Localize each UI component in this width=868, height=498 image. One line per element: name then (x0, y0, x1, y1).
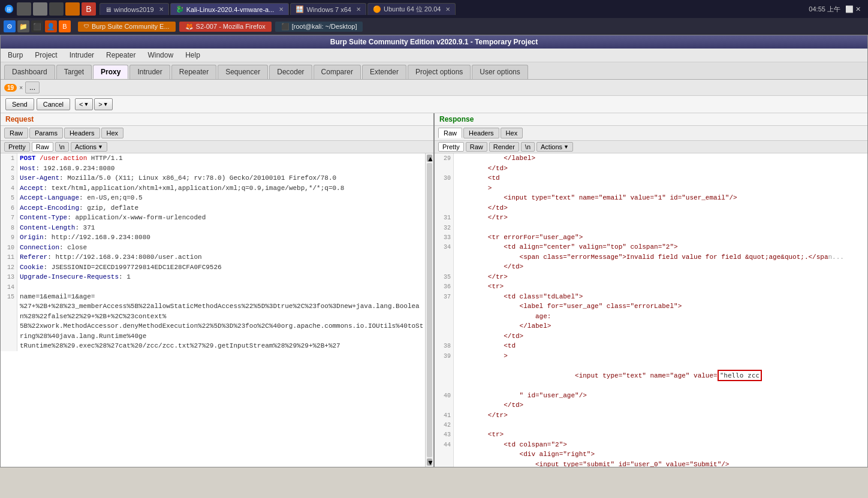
response-tab-headers[interactable]: Headers (463, 128, 499, 138)
taskbar-app-3[interactable] (49, 2, 64, 16)
sysbar-app-terminal[interactable]: ⬛ [root@kali: ~/Desktop] (275, 22, 363, 32)
tab-comparer[interactable]: Comparer (314, 65, 361, 79)
sysbar-icon-3[interactable]: ⬛ (31, 20, 43, 32)
tab-target[interactable]: Target (56, 65, 92, 79)
line-num-15: 15 (1, 292, 17, 302)
response-subtab-newline[interactable]: \n (521, 142, 535, 152)
code-line-6: 6 Accept-Encoding: gzip, deflate (1, 203, 425, 213)
sysbar-app-burp[interactable]: 🛡 Burp Suite Community E... (78, 22, 176, 32)
tab-label: Ubuntu 64 位 20.04 (384, 5, 441, 14)
resp-linenum-35: 35 (435, 272, 454, 282)
back-dropdown-icon[interactable]: ▼ (83, 101, 89, 107)
code-line-2: 2 Host: 192.168.9.234:8080 (1, 164, 425, 174)
request-tab-hex[interactable]: Hex (101, 128, 124, 138)
tab-dashboard[interactable]: Dashboard (4, 65, 55, 79)
resp-linenum-43: 43 (435, 430, 454, 440)
response-subtab-raw[interactable]: Raw (466, 142, 487, 152)
resp-linenum-33: 33 (435, 233, 454, 243)
back-button[interactable]: < ▼ (75, 98, 93, 110)
line-content-14 (17, 282, 425, 292)
resp-linenum-34b (435, 252, 454, 262)
tab-repeater[interactable]: Repeater (171, 65, 216, 79)
taskbar-tab-win7[interactable]: 🪟 Windows 7 x64 ✕ (290, 3, 366, 15)
tab-intruder[interactable]: Intruder (129, 65, 170, 79)
menu-burp[interactable]: Burp (4, 50, 26, 61)
resp-content-30a: <td (454, 173, 867, 183)
resp-content-39b: <input type="text" name="age" value="hel… (454, 361, 867, 391)
forward-button[interactable]: > ▼ (94, 98, 112, 110)
menu-project[interactable]: Project (31, 50, 61, 61)
line-num-7: 7 (1, 213, 17, 223)
main-window: Burp Suite Community Edition v2020.9.1 -… (0, 35, 868, 467)
sysbar-icon-1[interactable]: ⚙ (4, 20, 16, 32)
resp-line-34c: </td> (435, 262, 867, 272)
sysbar-icon-4[interactable]: 👤 (45, 20, 57, 32)
taskbar-tab-ubuntu[interactable]: 🟠 Ubuntu 64 位 20.04 ✕ (367, 3, 456, 15)
request-subtab-pretty[interactable]: Pretty (4, 142, 30, 152)
taskbar-app-2[interactable] (33, 2, 47, 16)
line-num-2: 2 (1, 164, 17, 174)
menu-repeater[interactable]: Repeater (103, 50, 139, 61)
response-tab-hex[interactable]: Hex (501, 128, 523, 138)
tab-project-options[interactable]: Project options (408, 65, 471, 79)
sysbar-icon-5[interactable]: B (59, 20, 71, 32)
start-icon[interactable]: ⊞ (2, 2, 16, 16)
sysbar-icon-2[interactable]: 📁 (17, 20, 29, 32)
tab-sequencer[interactable]: Sequencer (218, 65, 268, 79)
close-icon[interactable]: ✕ (445, 6, 450, 13)
send-button[interactable]: Send (5, 98, 34, 110)
taskbar-app-5[interactable]: B (82, 2, 96, 16)
menu-help[interactable]: Help (182, 50, 204, 61)
toolbar: Send Cancel < ▼ > ▼ (1, 96, 867, 113)
resp-linenum-36: 36 (435, 282, 454, 292)
tab-extender[interactable]: Extender (362, 65, 406, 79)
tab-decoder[interactable]: Decoder (269, 65, 312, 79)
line-num-3: 3 (1, 173, 17, 183)
response-subtab-render[interactable]: Render (489, 142, 519, 152)
resp-line-29b: </td> (435, 164, 867, 174)
resp-content-35: </tr> (454, 272, 867, 282)
terminal-label: [root@kali: ~/Desktop] (292, 23, 357, 30)
code-line-cont1: %27+%2B+%28%23_memberAccess%5B%22allowSt… (1, 301, 425, 321)
resp-linenum-30c (435, 193, 454, 203)
response-subtab-pretty[interactable]: Pretty (438, 142, 464, 152)
window-controls[interactable]: ⬜ ✕ (845, 5, 861, 13)
resp-linenum-37c (435, 312, 454, 322)
request-subtab-raw[interactable]: Raw (32, 142, 53, 152)
close-icon[interactable]: ✕ (159, 6, 164, 13)
close-icon[interactable]: ✕ (279, 6, 284, 13)
taskbar-app-1[interactable] (17, 2, 31, 16)
resp-linenum-29b (435, 164, 454, 174)
response-actions-button[interactable]: Actions ▼ (537, 142, 573, 152)
taskbar-tab-kali[interactable]: 🐉 Kali-Linux-2020.4-vmware-a... ✕ (170, 3, 290, 15)
line-num-5: 5 (1, 193, 17, 203)
request-tab-headers[interactable]: Headers (64, 128, 100, 138)
forward-dropdown-icon[interactable]: ▼ (103, 101, 108, 107)
menu-window[interactable]: Window (144, 50, 177, 61)
request-actions-button[interactable]: Actions ▼ (71, 142, 107, 152)
resp-line-36: 36 <tr> (435, 282, 867, 292)
scrollbar-down-arrow[interactable]: ▼ (427, 458, 432, 466)
response-tab-raw[interactable]: Raw (438, 128, 462, 138)
request-tab-params[interactable]: Params (29, 128, 63, 138)
request-tab-raw[interactable]: Raw (4, 128, 28, 138)
taskbar-app-4[interactable] (65, 2, 80, 16)
scrollbar-thumb[interactable] (427, 163, 432, 457)
resp-linenum-30b (435, 183, 454, 194)
scrollbar-up-arrow[interactable]: ▲ (427, 155, 432, 162)
resp-linenum-44b (435, 449, 454, 460)
request-subtab-newline[interactable]: \n (55, 142, 69, 152)
taskbar-tab-win2019[interactable]: 🖥 windows2019 ✕ (100, 3, 169, 15)
request-scrollbar[interactable]: ▲ ▼ (425, 153, 433, 467)
tab-user-options[interactable]: User options (472, 65, 528, 79)
sysbar-app-firefox[interactable]: 🦊 S2-007 - Mozilla Firefox (179, 22, 272, 32)
tab-proxy[interactable]: Proxy (93, 65, 128, 79)
menu-intruder[interactable]: Intruder (66, 50, 98, 61)
resp-line-31: 31 </tr> (435, 213, 867, 223)
cancel-button[interactable]: Cancel (37, 98, 70, 110)
resp-content-37a: <td class="tdLabel"> (454, 292, 867, 302)
code-line-1: 1 POST /user.action HTTP/1.1 (1, 153, 425, 164)
close-icon[interactable]: ✕ (356, 6, 361, 13)
response-code-wrapper: 29 </label> </td> 30 <td (435, 153, 867, 467)
more-tabs-button[interactable]: ... (25, 82, 40, 93)
